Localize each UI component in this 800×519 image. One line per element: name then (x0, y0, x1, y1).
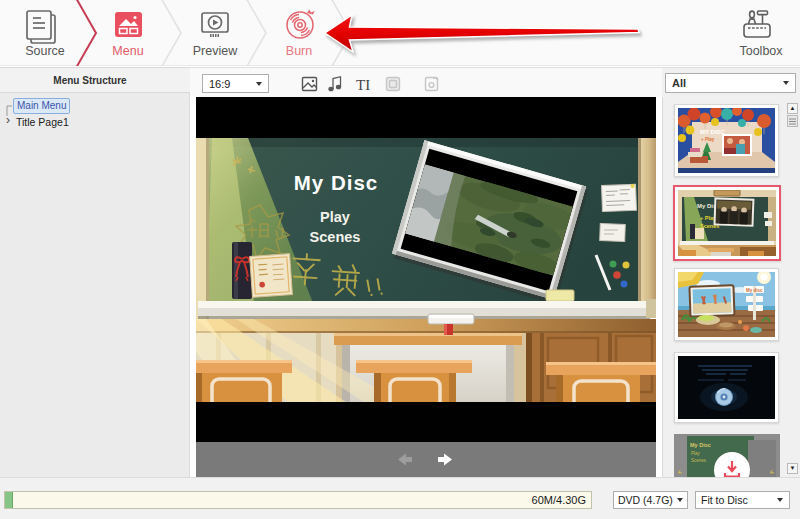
svg-text:+ Play: + Play (701, 137, 715, 142)
svg-text:My disc: My disc (746, 288, 763, 293)
svg-text:Scenes: Scenes (691, 458, 707, 463)
svg-text:Play: Play (691, 451, 701, 456)
svg-text:My Disc: My Disc (294, 171, 378, 194)
svg-text:Play: Play (320, 209, 350, 225)
svg-text:My Disc: My Disc (690, 442, 711, 448)
svg-text:TI: TI (356, 77, 370, 93)
svg-text:MY DISC: MY DISC (700, 129, 726, 135)
svg-text:Scenes: Scenes (310, 229, 361, 245)
